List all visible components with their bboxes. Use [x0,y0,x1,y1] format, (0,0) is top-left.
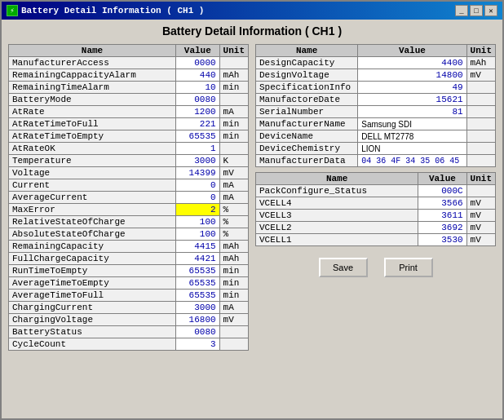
row-unit [219,143,248,155]
table-row: BatteryMode0080 [9,94,249,106]
row-name: ManufacturerName [256,118,358,130]
row-value: 14800 [358,69,466,82]
window-title: Battery Detail Information ( CH1 ) [21,6,204,15]
row-name: AverageTimeToFull [9,290,176,302]
table-row: DesignCapacity4400mAh [256,57,496,69]
row-value: 3000 [176,155,220,167]
right-bot-col-unit: Unit [466,173,495,185]
table-row: AtRateOK1 [9,143,249,155]
row-name: RemainingTimeAlarm [9,82,176,94]
table-row: ManufacturerAccess0000 [9,57,249,69]
title-bar-controls: _ □ ✕ [455,5,497,16]
row-name: CycleCount [9,338,176,351]
row-unit [466,118,495,130]
table-row: Temperature3000K [9,155,249,167]
row-value: 0080 [176,326,220,338]
table-row: ManufacturerNameSamsung SDI [256,118,496,130]
row-unit [466,185,495,197]
table-row: DesignVoltage14800mV [256,69,496,82]
row-value: 16800 [176,314,220,326]
row-unit: % [219,216,248,228]
table-row: ManufactoreDate15621 [256,94,496,106]
row-name: PackConfigure_Status [256,185,418,197]
row-unit: min [219,118,248,130]
app-icon: ⚡ [7,5,18,16]
row-value: 1 [176,143,220,155]
save-button[interactable]: Save [319,258,368,277]
row-name: ManufacturerAccess [9,57,176,69]
row-name: AtRateTimeToFull [9,118,176,130]
tables-container: Name Value Unit ManufacturerAccess0000Re… [8,44,496,351]
row-unit: mA [219,106,248,118]
row-value: 0 [176,179,220,192]
table-row: VCELL33611mV [256,210,496,222]
row-value: 100 [176,216,220,228]
title-bar: ⚡ Battery Detail Information ( CH1 ) _ □… [2,2,502,20]
row-unit: % [219,204,248,216]
row-name: AbsoluteStateOfCharge [9,228,176,241]
row-name: RelativeStateOfCharge [9,216,176,228]
table-row: ManufacturerData04 36 4F 34 35 06 45 [256,155,496,167]
row-unit: min [219,265,248,277]
row-value: DELL MT2778 [358,130,466,143]
print-button[interactable]: Print [384,258,433,277]
row-value: 14399 [176,167,220,179]
row-name: SpecificationInfo [256,82,358,94]
row-unit [219,326,248,338]
row-value: 4415 [176,241,220,253]
row-name: ChargingVoltage [9,314,176,326]
row-name: Voltage [9,167,176,179]
table-row: RemainingTimeAlarm10min [9,82,249,94]
left-panel: Name Value Unit ManufacturerAccess0000Re… [8,44,249,351]
table-row: BatteryStatus0080 [9,326,249,338]
row-unit: mV [219,314,248,326]
row-value: 0080 [176,94,220,106]
row-unit [219,57,248,69]
table-row: RunTimeToEmpty65535min [9,265,249,277]
table-row: ChargingCurrent3000mA [9,302,249,314]
row-unit: mA [219,192,248,204]
table-row: PackConfigure_Status000C [256,185,496,197]
table-row: RemainingCappacityAlarm440mAh [9,69,249,82]
row-value: 15621 [358,94,466,106]
right-top-col-name: Name [256,45,358,57]
table-row: Voltage14399mV [9,167,249,179]
table-row: CycleCount3 [9,338,249,351]
table-row: RemainingCapacity4415mAh [9,241,249,253]
row-unit: mV [466,210,495,222]
table-row: Current0mA [9,179,249,192]
left-col-value: Value [176,45,220,57]
row-value: 3566 [418,197,466,210]
row-name: DeviceName [256,130,358,143]
row-name: DesignCapacity [256,57,358,69]
right-bottom-table: Name Value Unit PackConfigure_Status000C… [255,172,496,246]
table-row: AverageTimeToEmpty65535min [9,277,249,290]
row-unit [466,143,495,155]
table-row: VCELL13530mV [256,234,496,246]
row-value: 1200 [176,106,220,118]
row-name: VCELL4 [256,197,418,210]
row-name: Current [9,179,176,192]
row-unit: min [219,290,248,302]
minimize-button[interactable]: _ [455,5,468,16]
row-value: 4400 [358,57,466,69]
row-name: AtRateOK [9,143,176,155]
row-name: Temperature [9,155,176,167]
row-value: 440 [176,69,220,82]
close-button[interactable]: ✕ [484,5,497,16]
row-name: AverageCurrent [9,192,176,204]
button-row: Save Print [255,258,496,277]
right-top-col-unit: Unit [466,45,495,57]
maximize-button[interactable]: □ [470,5,483,16]
table-row: FullChargeCapacity4421mAh [9,253,249,265]
row-unit: mAh [466,57,495,69]
row-unit: mV [219,167,248,179]
row-unit: mAh [219,241,248,253]
row-value: 0 [176,192,220,204]
row-unit: min [219,277,248,290]
row-unit: % [219,228,248,241]
row-value: 65535 [176,290,220,302]
row-name: AverageTimeToEmpty [9,277,176,290]
table-row: AbsoluteStateOfCharge100% [9,228,249,241]
right-top-col-value: Value [358,45,466,57]
